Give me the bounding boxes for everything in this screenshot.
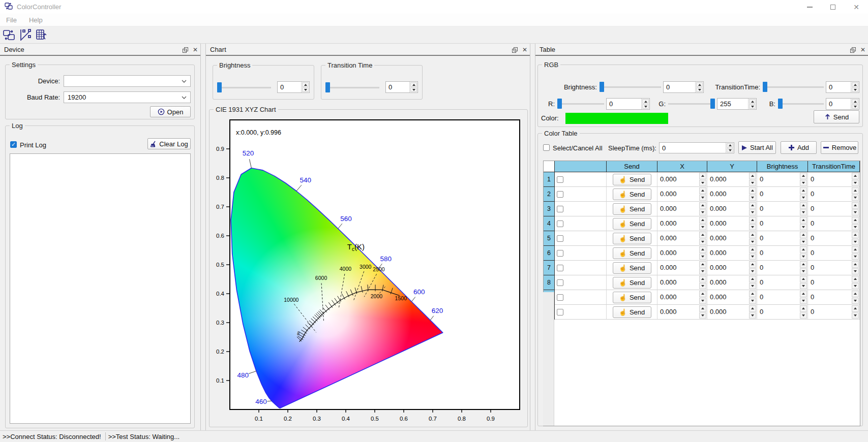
log-output-area[interactable] [10,153,191,424]
x-spinbox[interactable]: 0.000 [657,216,707,231]
x-spinbox[interactable]: 0.000 [657,275,707,290]
spin-arrows[interactable] [301,82,309,92]
row-checkbox[interactable] [557,176,563,183]
spin-arrows[interactable] [799,305,807,319]
close-button[interactable]: ✕ [845,0,868,14]
transition-spinbox[interactable]: 0 [808,172,859,186]
red-spinbox[interactable]: 0 [606,98,650,110]
transition-spinbox[interactable]: 0 [808,261,859,275]
spin-arrows[interactable] [699,305,707,319]
brightness-spinbox[interactable]: 0 [757,290,807,304]
x-spinbox[interactable]: 0.000 [657,261,707,275]
float-panel-icon[interactable] [850,47,856,53]
transition-spinbox[interactable]: 0 [808,216,859,231]
row-number-cell[interactable]: 8 [544,275,555,290]
spin-arrows[interactable] [748,99,756,109]
brightness-spinbox[interactable]: 0 [277,81,310,93]
brightness-spinbox[interactable]: 0 [757,187,807,201]
slider-handle[interactable] [217,82,222,92]
row-number-cell[interactable]: 6 [544,246,555,261]
row-checkbox[interactable] [557,191,563,198]
y-spinbox[interactable]: 0.000 [707,187,757,201]
splitter[interactable] [201,44,205,430]
column-header-x[interactable]: X [657,161,707,172]
column-header-brightness[interactable]: Brightness [757,161,808,172]
spin-arrows[interactable] [699,231,707,245]
row-send-button[interactable]: ☝Send [613,203,651,215]
row-send-button[interactable]: ☝Send [613,247,651,259]
row-send-button[interactable]: ☝Send [613,262,651,274]
row-send-button[interactable]: ☝Send [613,277,651,289]
spin-arrows[interactable] [409,82,417,92]
blue-slider[interactable] [778,99,824,109]
row-number-cell[interactable]: 4 [544,216,555,231]
transfer-devices-icon[interactable] [2,28,16,42]
sleep-time-spinbox[interactable]: 0 [659,142,734,153]
spin-arrows[interactable] [699,246,707,260]
clear-log-button[interactable]: Clear Log [147,138,191,149]
y-spinbox[interactable]: 0.000 [707,172,757,186]
spin-arrows[interactable] [699,216,707,231]
spin-arrows[interactable] [699,187,707,201]
rgb-send-button[interactable]: Send [814,110,859,123]
spin-arrows[interactable] [799,290,807,304]
spin-arrows[interactable] [749,216,757,231]
spin-arrows[interactable] [749,172,757,186]
minimize-button[interactable] [798,0,821,14]
spin-arrows[interactable] [699,261,707,275]
spin-arrows[interactable] [699,275,707,290]
green-slider[interactable] [668,99,715,109]
spin-arrows[interactable] [851,202,859,216]
row-send-button[interactable]: ☝Send [613,233,651,244]
scatter-chart-icon[interactable] [18,28,33,42]
table-upload-icon[interactable] [35,28,49,42]
row-send-button[interactable]: ☝Send [613,188,651,200]
slider-handle[interactable] [710,99,715,109]
spin-arrows[interactable] [749,246,757,260]
transition-spinbox[interactable]: 0 [808,305,859,319]
spin-arrows[interactable] [851,290,859,304]
menu-file[interactable]: File [0,14,23,26]
spin-arrows[interactable] [851,82,859,92]
slider-handle[interactable] [600,82,604,92]
spin-arrows[interactable] [726,143,734,153]
row-checkbox[interactable] [557,294,563,301]
row-send-button[interactable]: ☝Send [613,306,651,318]
row-send-button[interactable]: ☝Send [613,292,651,303]
brightness-spinbox[interactable]: 0 [757,305,807,319]
spin-arrows[interactable] [851,261,859,275]
spin-arrows[interactable] [799,202,807,216]
row-checkbox[interactable] [557,250,563,257]
row-checkbox[interactable] [557,279,563,286]
row-number-cell[interactable]: 5 [544,231,555,246]
column-header-y[interactable]: Y [707,161,757,172]
row-checkbox[interactable] [557,206,563,212]
transition-spinbox[interactable]: 0 [808,290,859,304]
row-number-cell[interactable]: 1 [544,172,555,187]
spin-arrows[interactable] [799,172,807,186]
green-spinbox[interactable]: 255 [717,98,757,110]
transition-spinbox[interactable]: 0 [808,187,859,201]
slider-handle[interactable] [778,99,783,109]
spin-arrows[interactable] [749,290,757,304]
brightness-spinbox[interactable]: 0 [757,231,807,245]
column-header-checkbox[interactable] [555,161,607,172]
transition-time-spinbox[interactable]: 0 [385,81,418,93]
transition-spinbox[interactable]: 0 [808,275,859,290]
brightness-spinbox[interactable]: 0 [757,275,807,290]
brightness-spinbox[interactable]: 0 [757,172,807,186]
x-spinbox[interactable]: 0.000 [657,187,707,201]
open-button[interactable]: Open [150,106,191,117]
spin-arrows[interactable] [699,172,707,186]
cie-plot-area[interactable] [230,120,520,409]
transition-spinbox[interactable]: 0 [808,231,859,245]
slider-handle[interactable] [557,99,562,109]
y-spinbox[interactable]: 0.000 [707,231,757,245]
row-checkbox[interactable] [557,309,563,315]
close-panel-icon[interactable]: ✕ [522,47,527,53]
y-spinbox[interactable]: 0.000 [707,305,757,319]
column-header-send[interactable]: Send [607,161,657,172]
float-panel-icon[interactable] [183,47,188,53]
x-spinbox[interactable]: 0.000 [657,305,707,319]
x-spinbox[interactable]: 0.000 [657,172,707,186]
